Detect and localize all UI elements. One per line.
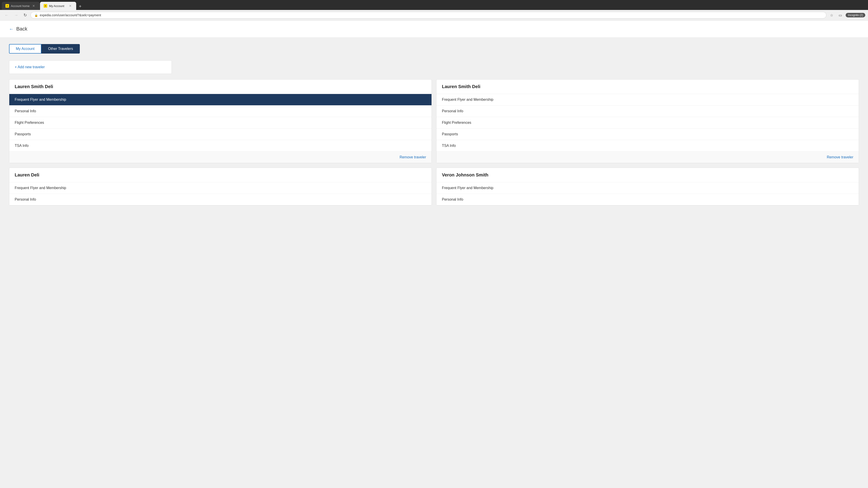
- traveler4-name: Veron Johnson Smith: [436, 168, 859, 182]
- back-arrow-icon[interactable]: ←: [9, 26, 13, 32]
- traveler4-menu-item-1[interactable]: Personal Info: [436, 194, 859, 205]
- travelers-grid: Lauren Smith Deli Frequent Flyer and Mem…: [9, 79, 859, 205]
- lock-icon: 🔒: [34, 13, 38, 17]
- url-bar[interactable]: 🔒 expedia.com/user/account/?&selc=paymen…: [31, 12, 827, 19]
- traveler2-name: Lauren Smith Deli: [436, 79, 859, 94]
- tab1-title: Account home: [11, 4, 30, 8]
- traveler2-menu-item-0[interactable]: Frequent Flyer and Membership: [436, 94, 859, 105]
- traveler3-menu-item-0[interactable]: Frequent Flyer and Membership: [9, 182, 432, 194]
- tab-switcher: My Account Other Travelers: [9, 44, 859, 54]
- tab-bar: A Account home ✕ A My Account ✕ +: [2, 2, 866, 10]
- tab2-favicon: A: [43, 4, 47, 8]
- traveler-card-1: Lauren Smith Deli Frequent Flyer and Mem…: [9, 79, 432, 163]
- tab2-close-icon[interactable]: ✕: [68, 4, 72, 8]
- tab-account-home[interactable]: A Account home ✕: [2, 2, 39, 10]
- nav-forward-button[interactable]: →: [12, 12, 20, 19]
- nav-refresh-button[interactable]: ↻: [22, 12, 29, 19]
- traveler-card-2: Lauren Smith Deli Frequent Flyer and Mem…: [436, 79, 859, 163]
- add-traveler-link[interactable]: + Add new traveler: [15, 65, 45, 69]
- traveler1-menu-item-0[interactable]: Frequent Flyer and Membership: [9, 94, 432, 105]
- browser-chrome: A Account home ✕ A My Account ✕ +: [0, 0, 868, 10]
- traveler1-footer: Remove traveler: [9, 152, 432, 163]
- add-traveler-box: + Add new traveler: [9, 60, 172, 74]
- main-container: My Account Other Travelers + Add new tra…: [0, 37, 868, 213]
- new-tab-button[interactable]: +: [76, 3, 84, 10]
- traveler4-menu-item-0[interactable]: Frequent Flyer and Membership: [436, 182, 859, 194]
- sidebar-button[interactable]: ▭: [837, 12, 844, 18]
- traveler2-menu-item-3[interactable]: Passports: [436, 129, 859, 140]
- traveler2-menu-item-2[interactable]: Flight Preferences: [436, 117, 859, 129]
- traveler2-remove-link[interactable]: Remove traveler: [827, 155, 853, 159]
- traveler1-menu-item-4[interactable]: TSA Info: [9, 140, 432, 152]
- traveler1-menu-item-2[interactable]: Flight Preferences: [9, 117, 432, 129]
- nav-back-button[interactable]: ←: [3, 12, 10, 19]
- tab2-title: My Account: [49, 4, 66, 8]
- traveler1-remove-link[interactable]: Remove traveler: [400, 155, 426, 159]
- nav-actions: ☆ ▭ Incognito (2): [828, 12, 865, 18]
- bookmark-button[interactable]: ☆: [828, 12, 835, 18]
- nav-bar: ← → ↻ 🔒 expedia.com/user/account/?&selc=…: [0, 10, 868, 21]
- traveler2-menu-item-4[interactable]: TSA Info: [436, 140, 859, 152]
- traveler2-footer: Remove traveler: [436, 152, 859, 163]
- tab-my-account[interactable]: A My Account ✕: [40, 2, 76, 10]
- traveler3-menu-item-1[interactable]: Personal Info: [9, 194, 432, 205]
- traveler2-menu-item-1[interactable]: Personal Info: [436, 105, 859, 117]
- other-travelers-tab-button[interactable]: Other Travelers: [41, 44, 80, 54]
- traveler1-menu-item-1[interactable]: Personal Info: [9, 105, 432, 117]
- traveler1-name: Lauren Smith Deli: [9, 79, 432, 94]
- back-bar: ← Back: [0, 21, 868, 37]
- traveler-card-4: Veron Johnson Smith Frequent Flyer and M…: [436, 168, 859, 205]
- traveler1-menu-item-3[interactable]: Passports: [9, 129, 432, 140]
- my-account-tab-button[interactable]: My Account: [9, 44, 41, 54]
- incognito-badge[interactable]: Incognito (2): [846, 13, 865, 18]
- page-content: ← Back My Account Other Travelers + Add …: [0, 21, 868, 488]
- tab1-favicon: A: [5, 4, 9, 8]
- url-text: expedia.com/user/account/?&selc=payment: [40, 13, 823, 17]
- traveler3-name: Lauren Deli: [9, 168, 432, 182]
- tab1-close-icon[interactable]: ✕: [31, 4, 36, 8]
- traveler-card-3: Lauren Deli Frequent Flyer and Membershi…: [9, 168, 432, 205]
- back-label[interactable]: Back: [16, 26, 27, 32]
